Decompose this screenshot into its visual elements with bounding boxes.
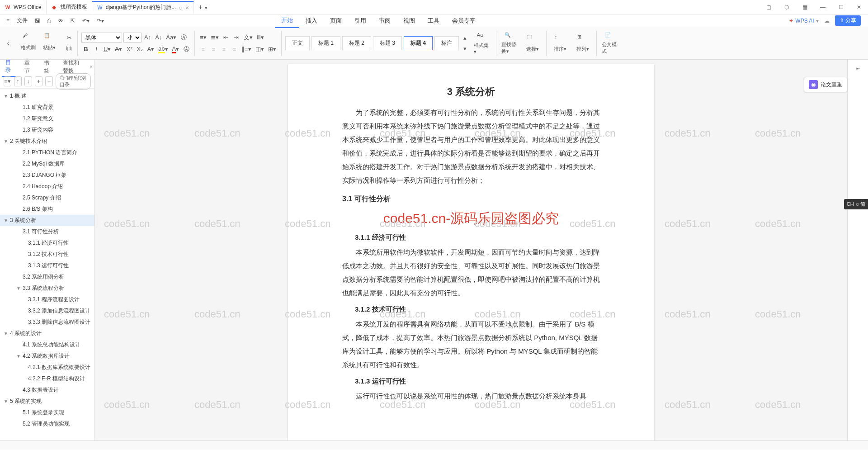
cut-icon[interactable]: ✂ xyxy=(65,33,74,43)
font-size-select[interactable]: 小三 xyxy=(123,33,142,43)
collapse-ribbon-icon[interactable]: ‹ xyxy=(4,38,13,48)
toc-item[interactable]: 3.2 系统用例分析 xyxy=(0,271,94,283)
hamburger-icon[interactable]: ≡ xyxy=(4,16,12,25)
phonetic-icon[interactable]: Ⓐ xyxy=(182,44,191,54)
sidebar-close-icon[interactable]: × xyxy=(90,64,93,70)
print-icon[interactable]: ⎙ xyxy=(45,16,53,25)
tab-close-icon[interactable]: × xyxy=(185,4,189,11)
text-effect-icon[interactable]: A▾ xyxy=(146,44,156,54)
toc-item[interactable]: ▼3 系统分析 xyxy=(0,215,94,226)
official-mode-button[interactable]: 📄公文模式 xyxy=(600,31,620,56)
side-tab-bookmark[interactable]: 书签 xyxy=(40,57,55,76)
toc-add-icon[interactable]: + xyxy=(35,76,42,86)
highlight-icon[interactable]: ab▾ xyxy=(157,44,169,54)
document-canvas[interactable]: code51.cncode51.cncode51.cncode51.cncode… xyxy=(95,60,847,440)
chevron-down-icon[interactable]: ▼ xyxy=(4,139,10,144)
border-icon[interactable]: ⊞▾ xyxy=(267,44,278,54)
export-icon[interactable]: ⇱ xyxy=(68,16,78,25)
toc-item[interactable]: 2.1 PYTHON 语言简介 xyxy=(0,147,94,158)
close-icon[interactable]: ○ xyxy=(179,4,182,11)
wps-ai-button[interactable]: ✦WPS AI▾ xyxy=(789,18,818,24)
bold-icon[interactable]: B xyxy=(81,44,90,54)
cloud-icon[interactable]: ☁ xyxy=(824,18,830,24)
toc-item[interactable]: 3.3.3 删除信息流程图设计 xyxy=(0,317,94,328)
toc-item[interactable]: 2.5 Scrapy 介绍 xyxy=(0,192,94,204)
toc-down-icon[interactable]: ↓ xyxy=(24,76,32,86)
toc-item[interactable]: 1.2 研究意义 xyxy=(0,113,94,124)
menu-reference[interactable]: 引用 xyxy=(348,14,373,28)
subscript-icon[interactable]: X₂ xyxy=(135,44,144,54)
close-window-icon[interactable]: ✕ xyxy=(850,0,868,14)
toc-item[interactable]: 5.1 系统登录实现 xyxy=(0,407,94,418)
toc-item[interactable]: 4.1 系统总功能结构设计 xyxy=(0,339,94,350)
increase-font-icon[interactable]: A↑ xyxy=(143,33,152,43)
paste-button[interactable]: 📋粘贴▾ xyxy=(39,29,59,54)
change-case-icon[interactable]: Aa▾ xyxy=(165,33,178,43)
style-h3[interactable]: 标题 3 xyxy=(373,36,402,50)
share-button[interactable]: ⇧ 分享 xyxy=(835,15,861,26)
side-tab-chapter[interactable]: 章节 xyxy=(21,57,35,76)
style-h4[interactable]: 标题 4 xyxy=(404,36,433,50)
copy-icon[interactable]: ⿻ xyxy=(65,44,74,54)
menu-review[interactable]: 审阅 xyxy=(373,14,397,28)
chevron-down-icon[interactable]: ▼ xyxy=(4,218,10,223)
toc-item[interactable]: 4.2.1 数据库系统概要设计 xyxy=(0,362,94,373)
chevron-down-icon[interactable]: ▼ xyxy=(4,94,10,99)
toc-item[interactable]: 3.1 可行性分析 xyxy=(0,226,94,237)
menu-view[interactable]: 视图 xyxy=(397,14,421,28)
bullet-list-icon[interactable]: ≡▾ xyxy=(198,33,208,43)
smart-toc-button[interactable]: ◎ 智能识别目录 xyxy=(56,73,91,90)
underline-icon[interactable]: U▾ xyxy=(102,44,112,54)
tab-document[interactable]: Wdjango基于Python的热门旅...○× xyxy=(92,1,194,14)
toc-level-icon[interactable]: ≡▾ xyxy=(4,76,11,86)
styles-up-icon[interactable]: ▴ xyxy=(461,33,470,43)
sort-button[interactable]: ↕排序▾ xyxy=(550,31,570,56)
side-tab-toc[interactable]: 目录 xyxy=(2,57,16,77)
font-color-icon[interactable]: A▾ xyxy=(171,44,181,54)
font-name-select[interactable]: 黑体 xyxy=(81,33,122,43)
toc-item[interactable]: 5.2 管理员功能实现 xyxy=(0,418,94,430)
toc-item[interactable]: 2.6 B/S 架构 xyxy=(0,204,94,215)
toc-item[interactable]: 4.2.2 E-R 模型结构设计 xyxy=(0,373,94,384)
undo-icon[interactable]: ↶▾ xyxy=(80,16,92,25)
toc-item[interactable]: ▼4.2 系统数据库设计 xyxy=(0,350,94,362)
print-preview-icon[interactable]: 👁 xyxy=(55,16,66,25)
select-button[interactable]: ⬚选择▾ xyxy=(523,31,542,56)
win-btn-2[interactable]: ⬡ xyxy=(778,0,796,14)
find-replace-button[interactable]: 🔍查找替换▾ xyxy=(500,31,520,56)
add-tab-button[interactable]: + ▾ xyxy=(194,3,212,11)
menu-member[interactable]: 会员专享 xyxy=(446,14,482,28)
menu-start[interactable]: 开始 xyxy=(275,14,299,28)
style-normal[interactable]: 正文 xyxy=(285,36,310,50)
decrease-indent-icon[interactable]: ⇤ xyxy=(222,33,231,43)
toc-item[interactable]: 3.3.1 程序流程图设计 xyxy=(0,294,94,305)
file-menu[interactable]: 文件 xyxy=(14,15,30,26)
align-justify-icon[interactable]: ≡ xyxy=(230,44,239,54)
toc-item[interactable]: 3.1.1 经济可行性 xyxy=(0,237,94,249)
align-center-icon[interactable]: ≡ xyxy=(209,44,218,54)
minimize-icon[interactable]: — xyxy=(814,0,832,14)
maximize-icon[interactable]: ☐ xyxy=(832,0,850,14)
shading-icon[interactable]: ◫▾ xyxy=(254,44,265,54)
style-h2[interactable]: 标题 2 xyxy=(342,36,371,50)
superscript-icon[interactable]: X² xyxy=(125,44,134,54)
toc-item[interactable]: 4.3 数据表设计 xyxy=(0,384,94,396)
number-list-icon[interactable]: ≣▾ xyxy=(209,33,220,43)
italic-icon[interactable]: I xyxy=(92,44,101,54)
save-icon[interactable]: 🖫 xyxy=(32,16,43,25)
win-btn-3[interactable]: ▦ xyxy=(796,0,814,14)
line-spacing-icon[interactable]: ‖≡▾ xyxy=(240,44,253,54)
arrange-button[interactable]: ⊞排列▾ xyxy=(573,31,593,56)
toc-item[interactable]: 1.1 研究背景 xyxy=(0,102,94,113)
chevron-down-icon[interactable]: ▼ xyxy=(16,354,23,359)
toc-item[interactable]: 2.4 Hadoop 介绍 xyxy=(0,181,94,192)
toc-item[interactable]: 3.3.2 添加信息流程图设计 xyxy=(0,305,94,317)
toc-item[interactable]: 2.3 DJANGO 框架 xyxy=(0,170,94,181)
strikethrough-icon[interactable]: A̶▾ xyxy=(113,44,123,54)
tab-docer[interactable]: ◆找稻壳模板 xyxy=(47,1,92,14)
increase-indent-icon[interactable]: ⇥ xyxy=(232,33,241,43)
style-h1[interactable]: 标题 1 xyxy=(311,36,340,50)
toc-item[interactable]: 2.2 MySql 数据库 xyxy=(0,158,94,170)
chevron-down-icon[interactable]: ▼ xyxy=(4,331,10,336)
toc-item[interactable]: ▼5 系统的实现 xyxy=(0,396,94,407)
